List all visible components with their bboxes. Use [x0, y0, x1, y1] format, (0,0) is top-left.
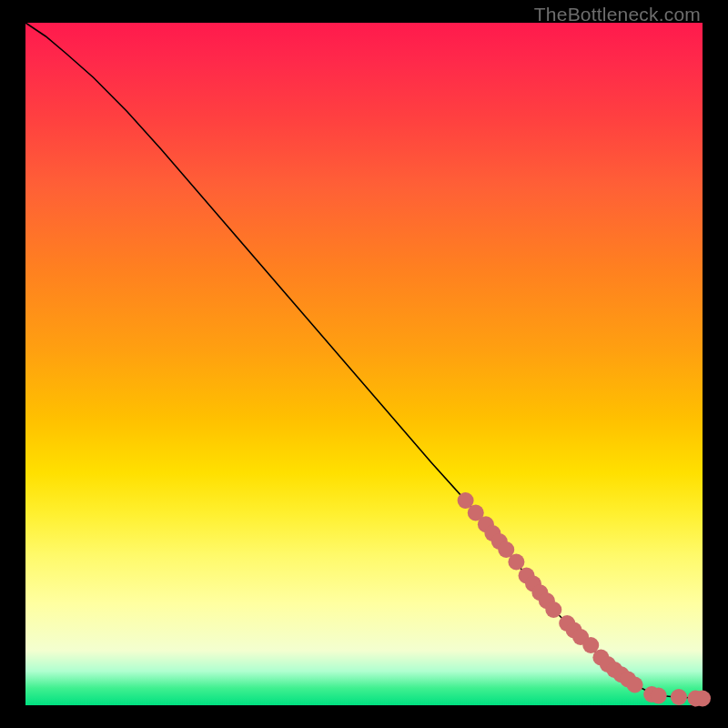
- data-point: [651, 688, 667, 704]
- data-point: [627, 677, 643, 693]
- chart-svg: [25, 23, 703, 705]
- plot-area: [25, 23, 703, 705]
- data-point: [508, 554, 524, 571]
- chart-frame: TheBottleneck.com: [0, 0, 728, 728]
- watermark-text: TheBottleneck.com: [534, 4, 701, 25]
- data-point: [545, 602, 561, 618]
- bottleneck-curve-line: [25, 23, 703, 699]
- data-point: [694, 691, 711, 707]
- highlighted-dots-group: [458, 492, 711, 707]
- data-point: [671, 689, 687, 705]
